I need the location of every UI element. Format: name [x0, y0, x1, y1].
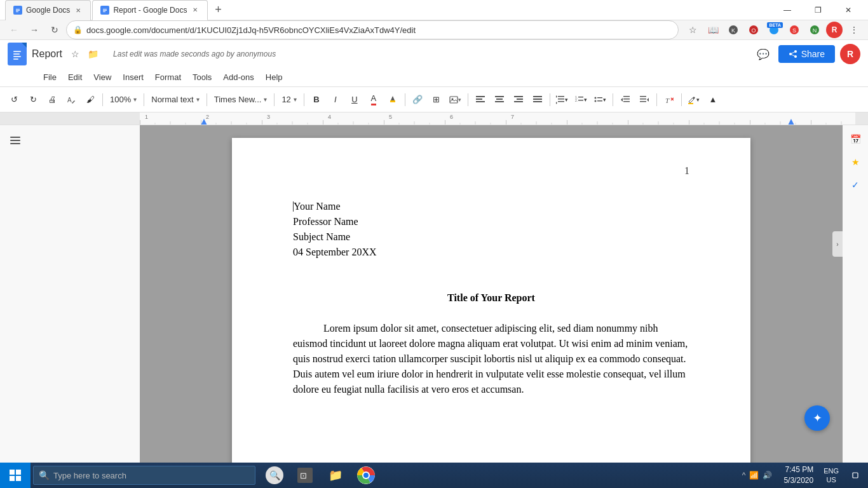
new-tab-button[interactable]: + [209, 1, 227, 19]
reader-icon[interactable]: 📖 [704, 21, 722, 39]
taskbar-chevron-icon[interactable]: ^ [742, 471, 746, 480]
svg-rect-70 [140, 112, 855, 125]
redo-button[interactable]: ↻ [24, 91, 42, 109]
clear-formatting-button[interactable]: T [660, 91, 678, 109]
svg-rect-31 [495, 96, 504, 97]
style-dropdown[interactable]: Normal text ▾ [147, 93, 203, 105]
bold-button[interactable]: B [308, 91, 325, 109]
taskbar-region: US [826, 475, 836, 484]
italic-button[interactable]: I [327, 91, 344, 109]
menu-edit[interactable]: Edit [63, 70, 87, 85]
taskbar-explorer-button[interactable]: 📁 [322, 463, 349, 488]
align-left-button[interactable] [471, 91, 489, 109]
star-sidebar-icon[interactable]: ★ [846, 153, 864, 171]
menu-file[interactable]: File [38, 70, 62, 85]
forward-button[interactable]: → [25, 21, 43, 39]
align-center-button[interactable] [491, 91, 508, 109]
refresh-button[interactable]: ↻ [46, 21, 64, 39]
more-options-icon[interactable]: ⋮ [845, 21, 863, 39]
minimize-button[interactable]: — [773, 0, 802, 20]
undo-button[interactable]: ↺ [5, 91, 23, 109]
back-button[interactable]: ← [5, 21, 23, 39]
taskbar-chrome-button[interactable] [352, 463, 380, 488]
docs-header-right: 💬 Share R [753, 44, 860, 64]
start-button[interactable] [0, 463, 31, 488]
insert-image-button[interactable]: ⊞ [428, 91, 445, 109]
ext-icon-5[interactable]: N [806, 21, 824, 39]
font-color-button[interactable]: A [365, 91, 383, 109]
menu-addons[interactable]: Add-ons [218, 70, 259, 85]
taskbar-notifications[interactable] [843, 463, 868, 488]
comment-button[interactable]: 💬 [753, 44, 773, 64]
decrease-indent-button[interactable] [616, 91, 634, 109]
ext-icon-2[interactable]: O [745, 21, 763, 39]
increase-indent-button[interactable] [635, 91, 653, 109]
check-sidebar-icon[interactable]: ✓ [846, 176, 864, 194]
tab-favicon-1 [13, 6, 22, 15]
maximize-button[interactable]: ❐ [803, 0, 832, 20]
tab-google-docs[interactable]: Google Docs ✕ [5, 0, 91, 20]
share-button[interactable]: Share [778, 45, 835, 63]
menu-format[interactable]: Format [150, 70, 186, 85]
menu-view[interactable]: View [88, 70, 116, 85]
svg-rect-5 [103, 9, 107, 10]
move-icon[interactable]: 📁 [85, 46, 100, 62]
size-dropdown[interactable]: 12 ▾ [278, 93, 300, 105]
align-right-button[interactable] [510, 91, 527, 109]
taskbar-store-button[interactable]: ⊡ [291, 463, 319, 488]
taskbar-volume-icon[interactable]: 🔊 [763, 471, 772, 480]
taskbar-search-button[interactable]: 🔍 [261, 463, 288, 488]
url-bar[interactable]: 🔒 docs.google.com/document/d/1KUCUI0Zj1d… [66, 20, 679, 39]
menu-help[interactable]: Help [261, 70, 288, 85]
docs-page-area[interactable]: 1 Your Name Professor Name Subject Name … [140, 125, 843, 488]
tab-report[interactable]: Report - Google Docs ✕ [92, 0, 208, 20]
ext-icon-3[interactable]: BETA [765, 21, 783, 39]
tab2-close[interactable]: ✕ [191, 6, 200, 15]
tab1-close[interactable]: ✕ [74, 6, 83, 15]
separator-3 [207, 93, 207, 106]
font-dropdown[interactable]: Times New... ▾ [210, 93, 271, 105]
line-spacing-button[interactable]: ▾ [553, 91, 571, 109]
style-arrow: ▾ [196, 96, 200, 103]
sidebar-toggle-button[interactable] [8, 133, 23, 148]
zoom-dropdown[interactable]: 100% ▾ [106, 93, 140, 105]
insert-photo-button[interactable]: ▾ [447, 91, 465, 109]
paint-format-button[interactable]: 🖌 [81, 91, 99, 109]
side-expand-button[interactable]: › [832, 231, 843, 257]
docs-page[interactable]: 1 Your Name Professor Name Subject Name … [232, 138, 750, 488]
ext-icon-4[interactable]: S [785, 21, 803, 39]
star-icon[interactable]: ☆ [67, 46, 83, 62]
print-button[interactable]: 🖨 [43, 91, 61, 109]
bullet-list-button[interactable]: ▾ [592, 91, 609, 109]
underline-button[interactable]: U [346, 91, 363, 109]
floating-action-button[interactable]: ✦ [804, 405, 830, 431]
clock-time: 7:45 PM [785, 464, 813, 475]
font-arrow: ▾ [264, 96, 267, 103]
pen-color-button[interactable]: ▾ [685, 91, 703, 109]
justify-button[interactable] [529, 91, 546, 109]
menu-insert[interactable]: Insert [118, 70, 149, 85]
taskbar-clock[interactable]: 7:45 PM 5/3/2020 [777, 464, 820, 486]
taskbar-search-text: Type here to search [53, 471, 126, 480]
collapse-toolbar-button[interactable]: ▲ [704, 91, 722, 109]
docs-profile-circle[interactable]: R [840, 44, 860, 64]
link-button[interactable]: 🔗 [409, 91, 426, 109]
bookmark-icon[interactable]: ☆ [684, 21, 702, 39]
menu-tools[interactable]: Tools [187, 70, 217, 85]
share-label: Share [801, 49, 825, 59]
taskbar-network-icon[interactable]: 📶 [749, 471, 759, 480]
size-arrow: ▾ [294, 96, 297, 103]
taskbar-search-bar[interactable]: 🔍 Type here to search [33, 466, 255, 485]
svg-text:⊡: ⊡ [300, 471, 307, 480]
browser-profile[interactable]: R [826, 22, 843, 38]
svg-rect-3 [16, 11, 18, 12]
svg-rect-7 [103, 11, 105, 12]
close-button[interactable]: ✕ [834, 0, 863, 20]
date-line: 04 September 20XX [293, 245, 689, 260]
separator-1 [102, 93, 103, 106]
highlight-button[interactable] [384, 91, 402, 109]
ext-icon-1[interactable]: K [724, 21, 742, 39]
numbered-list-button[interactable]: 1.2. ▾ [573, 91, 590, 109]
spell-check-button[interactable]: A [62, 91, 80, 109]
calendar-icon[interactable]: 📅 [846, 130, 864, 148]
